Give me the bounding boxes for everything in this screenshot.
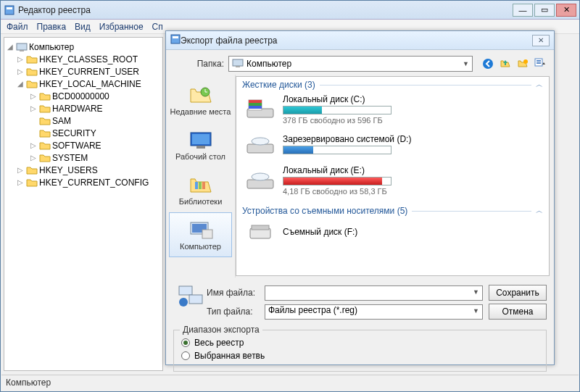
svg-rect-1 bbox=[7, 7, 12, 9]
network-icon bbox=[178, 283, 207, 308]
radio-label: Выбранная ветвь bbox=[194, 351, 265, 361]
drive-f[interactable]: Съемный диск (F:) bbox=[242, 216, 543, 248]
chevron-up-icon[interactable]: ︿ bbox=[536, 80, 543, 90]
drive-free: 378 ГБ свободно из 596 ГБ bbox=[283, 116, 540, 125]
radio-icon bbox=[181, 351, 190, 360]
menu-view[interactable]: Вид bbox=[75, 22, 91, 32]
tree-item[interactable]: BCD00000000 bbox=[52, 91, 109, 101]
expander-icon[interactable]: ◢ bbox=[6, 43, 14, 51]
svg-rect-25 bbox=[249, 100, 262, 103]
dialog-close-button[interactable]: ✕ bbox=[532, 35, 550, 46]
minimize-button[interactable]: — bbox=[513, 4, 533, 17]
main-title: Редактор реестра bbox=[18, 5, 513, 15]
folder-icon bbox=[39, 128, 51, 138]
expander-icon[interactable]: ▷ bbox=[29, 92, 38, 100]
statusbar: Компьютер bbox=[1, 375, 579, 391]
drive-e[interactable]: Локальный диск (E:) 4,18 ГБ свободно из … bbox=[242, 161, 543, 200]
expander-icon[interactable]: ▷ bbox=[16, 67, 25, 75]
filetype-combo[interactable]: Файлы реестра (*.reg)▼ bbox=[265, 304, 483, 320]
svg-point-8 bbox=[483, 59, 493, 69]
tree-hkcr[interactable]: HKEY_CLASSES_ROOT bbox=[39, 54, 138, 64]
place-label: Недавние места bbox=[169, 107, 233, 116]
group-header[interactable]: Жесткие диски (3) ︿ bbox=[242, 80, 543, 90]
drive-name: Локальный диск (C:) bbox=[283, 94, 540, 104]
expander-icon[interactable]: ▷ bbox=[29, 154, 38, 162]
tree-item[interactable]: SECURITY bbox=[52, 128, 96, 138]
folder-label: Папка: bbox=[173, 59, 224, 69]
new-folder-icon[interactable] bbox=[516, 57, 529, 70]
expander-icon[interactable]: ◢ bbox=[16, 80, 25, 88]
expander-icon[interactable]: ▷ bbox=[16, 55, 25, 63]
radio-all[interactable]: Весь реестр bbox=[181, 338, 539, 348]
group-header[interactable]: Устройства со съемными носителями (5) ︿ bbox=[242, 206, 543, 216]
group-title: Устройства со съемными носителями (5) bbox=[242, 206, 407, 216]
svg-rect-35 bbox=[189, 295, 202, 304]
tree-hklm[interactable]: HKEY_LOCAL_MACHINE bbox=[39, 79, 141, 89]
view-menu-icon[interactable] bbox=[534, 57, 547, 70]
tree-item[interactable]: SOFTWARE bbox=[52, 141, 102, 151]
dialog-titlebar[interactable]: Экспорт файла реестра ✕ bbox=[166, 31, 554, 50]
close-button[interactable]: ✕ bbox=[556, 4, 576, 17]
usage-bar bbox=[283, 106, 392, 114]
filename-label: Имя файла: bbox=[207, 288, 265, 298]
tree-hkcc[interactable]: HKEY_CURRENT_CONFIG bbox=[39, 178, 149, 188]
drive-d[interactable]: Зарезервировано системой (D:) bbox=[242, 129, 543, 161]
back-icon[interactable] bbox=[481, 57, 494, 70]
svg-rect-30 bbox=[247, 180, 273, 188]
removable-icon bbox=[245, 220, 276, 243]
export-range-group: Диапазон экспорта Весь реестр Выбранная … bbox=[173, 330, 547, 372]
dialog-body: Недавние места Рабочий стол Библиотеки К… bbox=[166, 75, 554, 278]
file-list[interactable]: Жесткие диски (3) ︿ Локальный диск (C:) … bbox=[236, 76, 550, 276]
maximize-button[interactable]: ▭ bbox=[534, 4, 555, 17]
folder-row: Папка: Компьютер ▼ bbox=[166, 50, 554, 75]
tree-hkcu[interactable]: HKEY_CURRENT_USER bbox=[39, 67, 139, 77]
expander-icon[interactable]: ▷ bbox=[16, 178, 25, 186]
chevron-down-icon[interactable]: ▼ bbox=[473, 288, 479, 296]
usage-bar bbox=[283, 146, 392, 154]
place-label: Компьютер bbox=[169, 242, 233, 251]
save-button[interactable]: Сохранить bbox=[489, 285, 547, 301]
registry-tree[interactable]: ◢Компьютер ▷HKEY_CLASSES_ROOT ▷HKEY_CURR… bbox=[4, 37, 163, 371]
main-titlebar[interactable]: Редактор реестра — ▭ ✕ bbox=[1, 1, 579, 20]
svg-rect-16 bbox=[196, 146, 205, 149]
menu-favorites[interactable]: Избранное bbox=[99, 22, 144, 32]
up-icon[interactable] bbox=[499, 57, 512, 70]
svg-rect-0 bbox=[5, 6, 14, 14]
menu-file[interactable]: Файл bbox=[7, 22, 28, 32]
svg-point-29 bbox=[252, 138, 269, 145]
svg-rect-6 bbox=[233, 59, 243, 66]
svg-rect-27 bbox=[249, 106, 262, 109]
svg-rect-2 bbox=[17, 43, 27, 50]
computer-icon bbox=[16, 42, 28, 52]
menu-help[interactable]: Сп bbox=[152, 22, 163, 32]
place-recent[interactable]: Недавние места bbox=[169, 78, 232, 122]
toolbar-icons bbox=[481, 57, 547, 70]
filetype-label: Тип файла: bbox=[207, 306, 265, 317]
cancel-button[interactable]: Отмена bbox=[489, 304, 547, 320]
tree-item[interactable]: SYSTEM bbox=[52, 153, 88, 163]
tree-hku[interactable]: HKEY_USERS bbox=[39, 165, 98, 175]
filename-input[interactable]: ▼ bbox=[265, 285, 483, 301]
expander-icon[interactable]: ▷ bbox=[29, 141, 38, 149]
folder-combo[interactable]: Компьютер ▼ bbox=[228, 56, 473, 72]
chevron-up-icon[interactable]: ︿ bbox=[536, 206, 543, 216]
menu-edit[interactable]: Правка bbox=[37, 22, 67, 32]
expander-icon[interactable]: ▷ bbox=[29, 104, 38, 112]
folder-icon bbox=[39, 104, 51, 114]
expander-icon[interactable]: ▷ bbox=[16, 166, 25, 174]
tree-item[interactable]: HARDWARE bbox=[52, 104, 103, 114]
place-desktop[interactable]: Рабочий стол bbox=[169, 122, 232, 167]
folder-icon bbox=[26, 178, 38, 188]
place-computer[interactable]: Компьютер bbox=[169, 212, 232, 257]
place-libraries[interactable]: Библиотеки bbox=[169, 167, 232, 212]
drive-c[interactable]: Локальный диск (C:) 378 ГБ свободно из 5… bbox=[242, 90, 543, 129]
svg-rect-34 bbox=[179, 286, 192, 295]
chevron-down-icon[interactable]: ▼ bbox=[473, 307, 479, 314]
tree-root[interactable]: Компьютер bbox=[29, 42, 74, 52]
svg-rect-18 bbox=[199, 182, 202, 189]
tree-item[interactable]: SAM bbox=[52, 116, 71, 126]
place-label: Рабочий стол bbox=[169, 152, 233, 161]
svg-point-9 bbox=[523, 59, 528, 64]
svg-rect-5 bbox=[173, 36, 178, 38]
radio-branch[interactable]: Выбранная ветвь bbox=[181, 351, 539, 361]
